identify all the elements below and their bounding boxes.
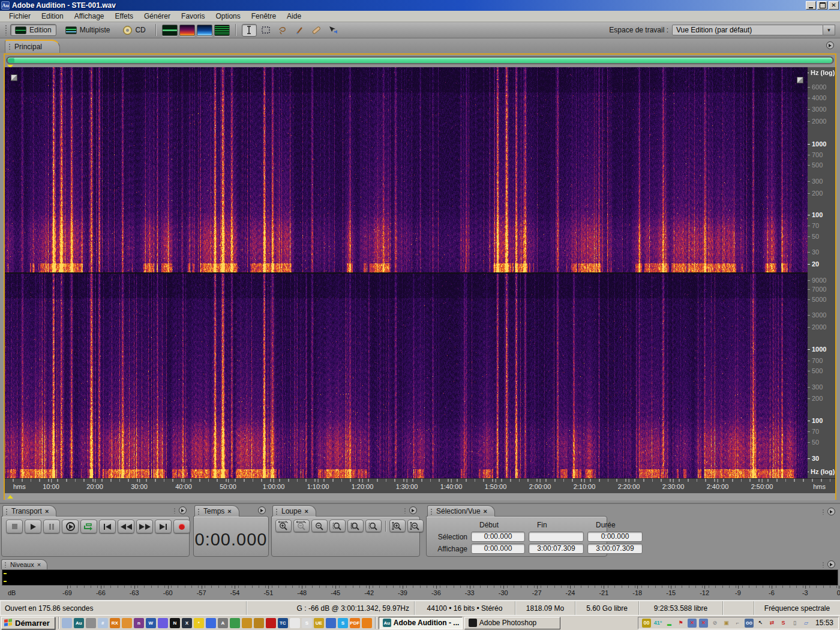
sbp-icon[interactable]: S <box>302 618 312 628</box>
panel-menu-icon[interactable] <box>409 506 417 514</box>
transport-panel-tab[interactable]: Transport × <box>2 505 56 517</box>
menu-item-effets[interactable]: Effets <box>110 11 139 22</box>
calculator-icon[interactable]: # <box>98 618 108 628</box>
zoom-in-right-edge-button[interactable] <box>365 520 382 532</box>
waveform-view-icon[interactable] <box>162 25 178 36</box>
time-field[interactable]: 3:00:07.309 <box>529 544 584 554</box>
corner-grabber-icon[interactable] <box>11 74 17 81</box>
horizontal-zoom-navigator[interactable] <box>6 56 834 64</box>
play-button[interactable] <box>25 520 41 533</box>
scrub-tool-icon[interactable] <box>326 24 341 37</box>
play-from-cursor-button[interactable] <box>62 520 79 533</box>
blocked-tray-icon[interactable]: ⊘ <box>710 619 719 628</box>
compass-icon[interactable] <box>290 618 300 628</box>
maximize-button[interactable] <box>817 1 827 10</box>
nero-icon[interactable] <box>122 618 132 628</box>
planet-icon[interactable] <box>158 618 168 628</box>
green-dash-tray-icon[interactable]: ▂ <box>665 619 674 628</box>
spot-healing-brush-tool-icon[interactable] <box>309 24 324 37</box>
corner-grabber-icon[interactable] <box>797 77 803 83</box>
close-icon[interactable]: × <box>227 508 231 515</box>
temperature-tray-icon[interactable]: 41° <box>653 619 662 628</box>
close-icon[interactable]: × <box>45 508 49 515</box>
toolbar-grip[interactable] <box>5 25 8 35</box>
loupe-panel-tab[interactable]: Loupe × <box>272 505 316 517</box>
mode-button-edition[interactable]: Edition <box>10 24 56 36</box>
pause-button[interactable] <box>43 520 60 533</box>
folder-tray-icon[interactable]: ▱ <box>802 619 811 628</box>
zoom-in-vertical-button[interactable] <box>389 520 406 532</box>
start-button[interactable]: Démarrer <box>1 617 55 629</box>
word-icon[interactable]: W <box>146 618 156 628</box>
panel-menu-icon[interactable] <box>827 560 835 568</box>
rx-icon[interactable]: RX <box>110 618 120 628</box>
green-util-icon[interactable] <box>230 618 240 628</box>
taskbar-window-adobe-audition-[interactable]: AuAdobe Audition - ... <box>379 617 463 629</box>
time-field[interactable]: 3:00:07.309 <box>587 544 643 554</box>
spectral-phase-view-icon[interactable] <box>214 25 230 36</box>
stop-button[interactable] <box>6 520 23 533</box>
close-icon[interactable]: × <box>484 508 487 515</box>
play-looped-button[interactable] <box>80 520 97 533</box>
panel-menu-icon[interactable] <box>826 41 834 49</box>
pause-gold-tray-icon[interactable]: 00 <box>642 619 651 628</box>
taskbar-window-adobe-photoshop[interactable]: Adobe Photoshop <box>464 617 560 629</box>
selection-vue-panel-tab[interactable]: Sélection/Vue × <box>427 505 495 517</box>
spectrogram-right-channel[interactable] <box>5 274 808 478</box>
onenote-icon[interactable]: n <box>134 618 144 628</box>
close-icon[interactable]: × <box>304 508 308 515</box>
zoom-in-horizontal-button[interactable] <box>275 520 292 532</box>
level-meter[interactable] <box>2 569 838 586</box>
zoom-out-horizontal-button[interactable] <box>293 520 310 532</box>
media-player-icon[interactable] <box>362 618 372 628</box>
scanner-tray-icon[interactable]: ⌐ <box>733 619 742 628</box>
cursor-tray-icon[interactable]: ↖ <box>756 619 765 628</box>
menu-item-aide[interactable]: Aide <box>281 11 307 22</box>
menu-item-fichier[interactable]: Fichier <box>4 11 36 22</box>
panel-menu-icon[interactable] <box>827 508 835 515</box>
diamond-icon[interactable] <box>206 618 216 628</box>
media-player-classic-icon[interactable] <box>86 618 96 628</box>
mouse-tray-icon[interactable]: ▯ <box>790 619 799 628</box>
rewind-button[interactable] <box>118 520 134 533</box>
time-field[interactable]: 0:00.000 <box>471 544 525 554</box>
record-button[interactable] <box>173 520 190 533</box>
niveaux-panel-tab[interactable]: Niveaux × <box>1 559 47 569</box>
navigator-range-bar[interactable] <box>8 58 832 63</box>
flag-tray-icon[interactable]: ⚑ <box>676 619 685 628</box>
ue-icon[interactable]: UE <box>314 618 324 628</box>
time-field[interactable]: 0:00.000 <box>587 532 643 542</box>
zoom-in-left-edge-button[interactable] <box>347 520 364 532</box>
package-tray-icon[interactable]: ▣ <box>722 619 731 628</box>
audition-icon[interactable]: Au <box>74 618 84 628</box>
neat-image-icon[interactable]: N <box>170 618 180 628</box>
menu-item-edition[interactable]: Edition <box>36 11 69 22</box>
title-bar[interactable]: Au Adobe Audition - STE-001.wav <box>0 0 840 11</box>
camera-icon[interactable]: A <box>218 618 228 628</box>
network-error2-tray-icon[interactable]: ✕ <box>699 619 708 628</box>
menu-item-gnrer[interactable]: Générer <box>139 11 176 22</box>
burst-icon[interactable]: * <box>194 618 204 628</box>
zoom-to-selection-button[interactable] <box>329 520 346 532</box>
s-blue-icon[interactable]: S <box>338 618 348 628</box>
go-to-beginning-button[interactable] <box>99 520 116 533</box>
panel-menu-icon[interactable] <box>179 506 187 514</box>
minimize-button[interactable] <box>806 1 816 10</box>
zoom-out-vertical-button[interactable] <box>407 520 424 532</box>
time-field[interactable] <box>529 532 584 542</box>
close-button[interactable] <box>829 1 839 10</box>
menu-item-fentre[interactable]: Fenêtre <box>246 11 281 22</box>
close-icon[interactable]: × <box>37 561 41 568</box>
pdf-icon[interactable]: PDF <box>350 618 360 628</box>
workspace-dropdown[interactable]: Vue Edition (par défaut) <box>672 25 823 35</box>
timeline-ruler[interactable]: hms hms 10:0020:0030:0040:0050:001:00:00… <box>5 478 835 493</box>
network-error-tray-icon[interactable]: ✕ <box>688 619 697 628</box>
fast-forward-button[interactable] <box>136 520 153 533</box>
lasso-selection-tool-icon[interactable] <box>275 24 290 37</box>
menu-item-affichage[interactable]: Affichage <box>69 11 110 22</box>
selection-marker-bottom[interactable] <box>7 495 13 499</box>
mode-button-multipiste[interactable]: Multipiste <box>61 25 115 35</box>
marquee-selection-tool-icon[interactable] <box>259 24 274 37</box>
spectral-frequency-view-icon[interactable] <box>179 25 195 36</box>
pc-blue-icon[interactable] <box>326 618 336 628</box>
